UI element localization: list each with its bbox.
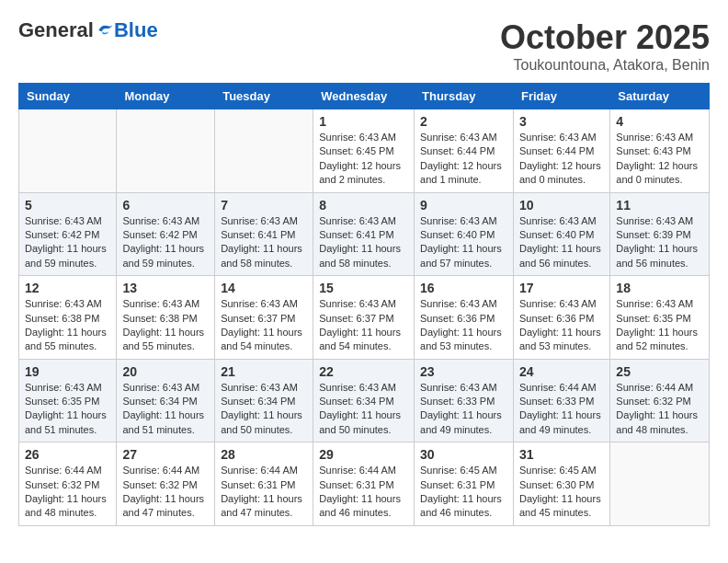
calendar-cell-1-3: 8Sunrise: 6:43 AM Sunset: 6:41 PM Daylig… xyxy=(313,192,415,276)
calendar-cell-0-1 xyxy=(117,109,215,193)
day-number: 19 xyxy=(25,364,110,379)
day-info: Sunrise: 6:43 AM Sunset: 6:44 PM Dayligh… xyxy=(519,131,604,188)
calendar-cell-2-0: 12Sunrise: 6:43 AM Sunset: 6:38 PM Dayli… xyxy=(19,276,117,360)
week-row-2: 5Sunrise: 6:43 AM Sunset: 6:42 PM Daylig… xyxy=(19,192,710,276)
day-number: 24 xyxy=(519,364,604,379)
calendar-cell-0-5: 3Sunrise: 6:43 AM Sunset: 6:44 PM Daylig… xyxy=(513,109,609,193)
calendar-cell-3-4: 23Sunrise: 6:43 AM Sunset: 6:33 PM Dayli… xyxy=(415,359,514,442)
day-number: 9 xyxy=(420,198,507,213)
header-monday: Monday xyxy=(117,84,215,109)
calendar-cell-2-3: 15Sunrise: 6:43 AM Sunset: 6:37 PM Dayli… xyxy=(313,276,415,360)
day-info: Sunrise: 6:44 AM Sunset: 6:32 PM Dayligh… xyxy=(616,381,703,438)
day-number: 2 xyxy=(420,114,507,129)
day-info: Sunrise: 6:43 AM Sunset: 6:34 PM Dayligh… xyxy=(319,381,408,438)
day-number: 23 xyxy=(420,364,507,379)
calendar-cell-3-2: 21Sunrise: 6:43 AM Sunset: 6:34 PM Dayli… xyxy=(215,359,313,442)
day-info: Sunrise: 6:43 AM Sunset: 6:34 PM Dayligh… xyxy=(122,381,209,438)
day-info: Sunrise: 6:43 AM Sunset: 6:33 PM Dayligh… xyxy=(420,381,507,438)
day-info: Sunrise: 6:45 AM Sunset: 6:30 PM Dayligh… xyxy=(519,464,604,521)
day-info: Sunrise: 6:43 AM Sunset: 6:45 PM Dayligh… xyxy=(319,131,408,188)
logo-blue-text: Blue xyxy=(114,18,158,42)
month-title: October 2025 xyxy=(500,18,710,57)
day-number: 13 xyxy=(122,281,209,295)
calendar-cell-1-1: 6Sunrise: 6:43 AM Sunset: 6:42 PM Daylig… xyxy=(117,192,215,276)
day-info: Sunrise: 6:43 AM Sunset: 6:39 PM Dayligh… xyxy=(616,214,703,271)
calendar-cell-0-6: 4Sunrise: 6:43 AM Sunset: 6:43 PM Daylig… xyxy=(610,109,710,193)
day-info: Sunrise: 6:44 AM Sunset: 6:33 PM Dayligh… xyxy=(519,381,604,438)
week-row-3: 12Sunrise: 6:43 AM Sunset: 6:38 PM Dayli… xyxy=(19,276,710,360)
day-number: 22 xyxy=(319,364,408,379)
day-number: 18 xyxy=(616,281,703,295)
week-row-4: 19Sunrise: 6:43 AM Sunset: 6:35 PM Dayli… xyxy=(19,359,710,442)
location-subtitle: Toukountouna, Atakora, Benin xyxy=(500,57,710,74)
day-info: Sunrise: 6:43 AM Sunset: 6:43 PM Dayligh… xyxy=(616,131,703,188)
title-section: October 2025 Toukountouna, Atakora, Beni… xyxy=(500,18,710,74)
day-info: Sunrise: 6:43 AM Sunset: 6:42 PM Dayligh… xyxy=(25,214,110,271)
calendar-cell-1-6: 11Sunrise: 6:43 AM Sunset: 6:39 PM Dayli… xyxy=(610,192,710,276)
day-info: Sunrise: 6:43 AM Sunset: 6:44 PM Dayligh… xyxy=(420,131,507,188)
day-number: 25 xyxy=(616,364,703,379)
calendar-cell-2-2: 14Sunrise: 6:43 AM Sunset: 6:37 PM Dayli… xyxy=(215,276,313,360)
calendar-table: Sunday Monday Tuesday Wednesday Thursday… xyxy=(18,83,710,526)
day-info: Sunrise: 6:43 AM Sunset: 6:37 PM Dayligh… xyxy=(221,297,307,354)
calendar-cell-4-5: 31Sunrise: 6:45 AM Sunset: 6:30 PM Dayli… xyxy=(513,442,609,526)
logo-general-text: General xyxy=(18,18,94,42)
day-info: Sunrise: 6:43 AM Sunset: 6:34 PM Dayligh… xyxy=(221,381,307,438)
day-number: 3 xyxy=(519,114,604,129)
day-info: Sunrise: 6:43 AM Sunset: 6:41 PM Dayligh… xyxy=(221,214,307,271)
header-thursday: Thursday xyxy=(415,84,514,109)
header-saturday: Saturday xyxy=(610,84,710,109)
logo-bird-icon xyxy=(96,21,114,40)
calendar-cell-4-6 xyxy=(610,442,710,526)
calendar-cell-1-2: 7Sunrise: 6:43 AM Sunset: 6:41 PM Daylig… xyxy=(215,192,313,276)
day-number: 6 xyxy=(122,198,209,213)
calendar-cell-0-0 xyxy=(19,109,117,193)
day-number: 7 xyxy=(221,198,307,213)
calendar-cell-4-3: 29Sunrise: 6:44 AM Sunset: 6:31 PM Dayli… xyxy=(313,442,415,526)
day-number: 16 xyxy=(420,281,507,295)
header-tuesday: Tuesday xyxy=(215,84,313,109)
day-info: Sunrise: 6:44 AM Sunset: 6:32 PM Dayligh… xyxy=(122,464,209,521)
day-number: 21 xyxy=(221,364,307,379)
day-number: 12 xyxy=(25,281,110,295)
page-header: General Blue October 2025 Toukountouna, … xyxy=(18,18,710,74)
calendar-cell-2-6: 18Sunrise: 6:43 AM Sunset: 6:35 PM Dayli… xyxy=(610,276,710,360)
day-number: 11 xyxy=(616,198,703,213)
header-sunday: Sunday xyxy=(19,84,117,109)
day-info: Sunrise: 6:43 AM Sunset: 6:38 PM Dayligh… xyxy=(122,297,209,354)
day-info: Sunrise: 6:43 AM Sunset: 6:38 PM Dayligh… xyxy=(25,297,110,354)
day-info: Sunrise: 6:45 AM Sunset: 6:31 PM Dayligh… xyxy=(420,464,507,521)
day-info: Sunrise: 6:43 AM Sunset: 6:41 PM Dayligh… xyxy=(319,214,408,271)
calendar-cell-3-3: 22Sunrise: 6:43 AM Sunset: 6:34 PM Dayli… xyxy=(313,359,415,442)
day-number: 1 xyxy=(319,114,408,129)
calendar-cell-3-6: 25Sunrise: 6:44 AM Sunset: 6:32 PM Dayli… xyxy=(610,359,710,442)
calendar-cell-1-0: 5Sunrise: 6:43 AM Sunset: 6:42 PM Daylig… xyxy=(19,192,117,276)
week-row-1: 1Sunrise: 6:43 AM Sunset: 6:45 PM Daylig… xyxy=(19,109,710,193)
day-number: 4 xyxy=(616,114,703,129)
day-number: 20 xyxy=(122,364,209,379)
calendar-cell-4-2: 28Sunrise: 6:44 AM Sunset: 6:31 PM Dayli… xyxy=(215,442,313,526)
day-number: 17 xyxy=(519,281,604,295)
day-info: Sunrise: 6:43 AM Sunset: 6:36 PM Dayligh… xyxy=(519,297,604,354)
day-info: Sunrise: 6:43 AM Sunset: 6:42 PM Dayligh… xyxy=(122,214,209,271)
calendar-cell-4-0: 26Sunrise: 6:44 AM Sunset: 6:32 PM Dayli… xyxy=(19,442,117,526)
header-wednesday: Wednesday xyxy=(313,84,415,109)
weekday-header-row: Sunday Monday Tuesday Wednesday Thursday… xyxy=(19,84,710,109)
day-number: 8 xyxy=(319,198,408,213)
calendar-cell-1-4: 9Sunrise: 6:43 AM Sunset: 6:40 PM Daylig… xyxy=(415,192,514,276)
day-info: Sunrise: 6:44 AM Sunset: 6:31 PM Dayligh… xyxy=(319,464,408,521)
day-number: 28 xyxy=(221,447,307,462)
day-info: Sunrise: 6:43 AM Sunset: 6:40 PM Dayligh… xyxy=(420,214,507,271)
calendar-cell-2-5: 17Sunrise: 6:43 AM Sunset: 6:36 PM Dayli… xyxy=(513,276,609,360)
calendar-cell-2-4: 16Sunrise: 6:43 AM Sunset: 6:36 PM Dayli… xyxy=(415,276,514,360)
calendar-cell-0-2 xyxy=(215,109,313,193)
day-number: 15 xyxy=(319,281,408,295)
calendar-cell-3-5: 24Sunrise: 6:44 AM Sunset: 6:33 PM Dayli… xyxy=(513,359,609,442)
day-info: Sunrise: 6:43 AM Sunset: 6:36 PM Dayligh… xyxy=(420,297,507,354)
calendar-cell-3-1: 20Sunrise: 6:43 AM Sunset: 6:34 PM Dayli… xyxy=(117,359,215,442)
day-number: 30 xyxy=(420,447,507,462)
calendar-cell-1-5: 10Sunrise: 6:43 AM Sunset: 6:40 PM Dayli… xyxy=(513,192,609,276)
day-info: Sunrise: 6:44 AM Sunset: 6:31 PM Dayligh… xyxy=(221,464,307,521)
day-info: Sunrise: 6:43 AM Sunset: 6:37 PM Dayligh… xyxy=(319,297,408,354)
calendar-cell-4-1: 27Sunrise: 6:44 AM Sunset: 6:32 PM Dayli… xyxy=(117,442,215,526)
